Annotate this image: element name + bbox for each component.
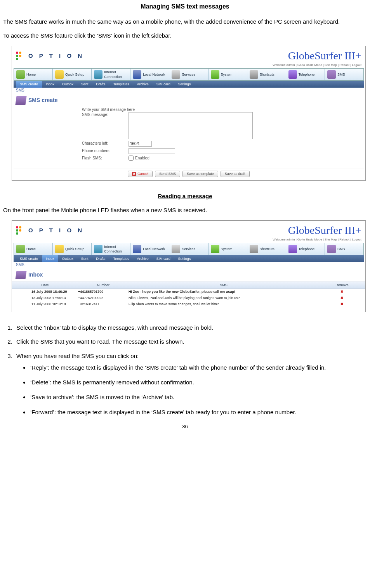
tab-settings[interactable]: Settings [174, 81, 195, 88]
telephone-icon [288, 70, 297, 79]
step-3-text: When you have read the SMS you can click… [16, 353, 139, 359]
nav-label: Home [26, 72, 36, 77]
phone-numbers-input[interactable] [129, 148, 175, 154]
tab-outbox[interactable]: Outbox [58, 81, 77, 88]
nav-local-network[interactable]: Local Network [130, 69, 169, 80]
cell-number: +447762190923 [78, 296, 129, 300]
nav-sms[interactable]: SMS [325, 69, 363, 80]
tab-inbox[interactable]: Inbox [42, 81, 58, 88]
nav-local-network[interactable]: Local Network [130, 243, 169, 255]
step-2: Click the SMS that you want to read. The… [14, 338, 367, 346]
tab-archive[interactable]: Archive [133, 255, 153, 262]
nav-home[interactable]: Home [14, 243, 53, 255]
nav-system[interactable]: System [208, 243, 247, 255]
table-row[interactable]: 16 July 2008 18:46:20+441865791700Hi Zoe… [12, 289, 365, 295]
network-icon [133, 70, 141, 79]
nav-internet[interactable]: Internet Connection [92, 69, 130, 80]
nav-label: SMS [337, 72, 345, 77]
sms-subnav: SMS create Inbox Outbox Sent Drafts Temp… [14, 81, 364, 88]
main-nav: Home Quick Setup Internet Connection Loc… [14, 68, 364, 81]
save-template-button[interactable]: Save as template [182, 171, 218, 177]
tab-templates[interactable]: Templates [109, 81, 133, 88]
window-dots-icon [16, 52, 21, 60]
home-icon [16, 245, 25, 253]
nav-label: SMS [337, 247, 345, 251]
nav-label: System [221, 72, 233, 77]
write-hint: Write your SMS message here [82, 107, 361, 112]
globe-icon [94, 245, 102, 253]
cancel-button[interactable]: Cancel [128, 171, 153, 177]
remove-icon[interactable]: ✖ [340, 290, 344, 294]
tab-outbox[interactable]: Outbox [58, 255, 77, 262]
col-date: Date [12, 283, 78, 287]
remove-icon[interactable]: ✖ [340, 296, 344, 300]
system-icon [211, 70, 219, 79]
nav-label: Local Network [143, 247, 165, 251]
page-number: 36 [3, 423, 367, 430]
tab-sim-card[interactable]: SIM card [153, 81, 174, 88]
tab-archive[interactable]: Archive [133, 81, 153, 88]
nav-system[interactable]: System [208, 69, 247, 80]
tab-drafts[interactable]: Drafts [92, 255, 109, 262]
table-row[interactable]: 13 July 2008 17:56:13+447762190923Niko, … [12, 295, 365, 301]
tab-inbox[interactable]: Inbox [42, 255, 58, 262]
nav-shortcuts[interactable]: Shortcuts [247, 243, 286, 255]
services-icon [172, 245, 180, 253]
page-title: Managing SMS text messages [3, 2, 367, 11]
cell-date: 16 July 2008 18:46:20 [12, 289, 78, 294]
top-utility-bar: Welcome admin | Go to Basic Mode | Site … [12, 238, 365, 243]
phone-numbers-label: Phone numbers: [82, 148, 129, 154]
nav-label: Telephone [299, 72, 315, 77]
network-icon [133, 245, 141, 253]
tab-settings[interactable]: Settings [174, 255, 195, 262]
intro-paragraph-2: To access the SMS feature click the ‘SMS… [3, 32, 367, 40]
brand-logo: GlobeSurfer III+ [288, 48, 361, 63]
tab-sent[interactable]: Sent [77, 255, 92, 262]
cell-date: 11 July 2008 10:13:10 [12, 302, 78, 306]
reading-subhead: Reading a message [3, 192, 367, 200]
services-icon [172, 70, 180, 79]
table-row[interactable]: 11 July 2008 10:13:10+3216317411Filip Ab… [12, 301, 365, 307]
bullet-reply: ‘Reply’: the message text is displayed i… [30, 364, 367, 372]
inbox-table: Date Number SMS Remove 16 July 2008 18:4… [12, 282, 365, 308]
panel-title: SMS create [28, 97, 57, 104]
telephone-icon [288, 245, 297, 253]
nav-sms[interactable]: SMS [325, 243, 363, 255]
nav-label: Internet Connection [104, 70, 128, 79]
tab-sim-card[interactable]: SIM card [153, 255, 174, 262]
flash-sms-checkbox[interactable] [129, 156, 134, 161]
cell-number: +441865791700 [78, 289, 129, 294]
nav-quick-setup[interactable]: Quick Setup [53, 243, 92, 255]
nav-shortcuts[interactable]: Shortcuts [247, 69, 286, 80]
nav-services[interactable]: Services [169, 69, 208, 80]
nav-label: Services [182, 72, 195, 77]
send-sms-button[interactable]: Send SMS [155, 171, 180, 177]
option-logo: O P T I O N [28, 227, 84, 234]
shortcuts-icon [250, 245, 258, 253]
tab-drafts[interactable]: Drafts [92, 81, 109, 88]
nav-label: Telephone [299, 247, 315, 251]
nav-label: Services [182, 247, 195, 251]
save-draft-button[interactable]: Save as draft [221, 171, 250, 177]
step-1: Select the ‘Inbox’ tab to display the me… [14, 324, 367, 332]
cell-sms: Hi Zoe - hope you like the new GlobeSurf… [129, 289, 319, 294]
flash-sms-label: Flash SMS: [82, 156, 129, 161]
bullet-delete: ‘Delete’: the SMS is permanently removed… [30, 379, 367, 386]
nav-services[interactable]: Services [169, 243, 208, 255]
setup-icon [55, 245, 64, 253]
tab-sms-create[interactable]: SMS create [16, 81, 42, 88]
enabled-label: Enabled [135, 156, 149, 161]
window-dots-icon [16, 226, 21, 235]
nav-home[interactable]: Home [14, 69, 53, 80]
remove-icon[interactable]: ✖ [340, 302, 344, 306]
tab-sms-create[interactable]: SMS create [16, 255, 42, 262]
screenshot-sms-create: O P T I O N GlobeSurfer III+ Welcome adm… [12, 46, 366, 181]
setup-icon [55, 70, 64, 79]
nav-quick-setup[interactable]: Quick Setup [53, 69, 92, 80]
nav-internet[interactable]: Internet Connection [92, 243, 130, 255]
sms-message-input[interactable] [129, 112, 253, 139]
tab-templates[interactable]: Templates [109, 255, 133, 262]
nav-telephone[interactable]: Telephone [286, 69, 325, 80]
tab-sent[interactable]: Sent [77, 81, 92, 88]
nav-telephone[interactable]: Telephone [286, 243, 325, 255]
